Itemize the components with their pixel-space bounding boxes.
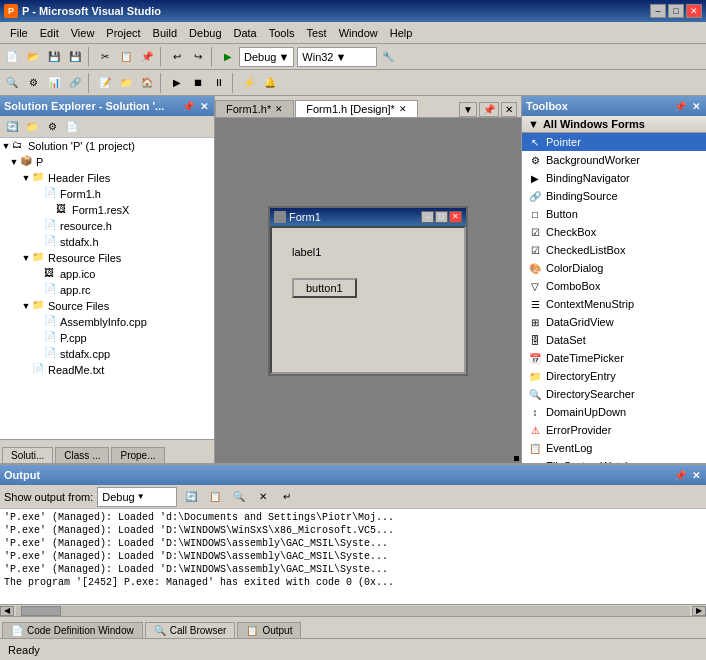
toolbox-item-datagridview[interactable]: ⊞ DataGridView [522,313,706,331]
menu-window[interactable]: Window [333,25,384,41]
tree-item-resourceh[interactable]: 📄 resource.h [0,218,214,234]
toolbox-item-checkedlistbox[interactable]: ☑ CheckedListBox [522,241,706,259]
toolbox-close-icon[interactable]: ✕ [690,101,702,112]
title-bar-controls[interactable]: – □ ✕ [650,4,702,18]
tab-solution[interactable]: Soluti... [2,447,53,463]
tab-form1h-close-icon[interactable]: ✕ [275,104,283,114]
undo-icon[interactable]: ↩ [167,47,187,67]
tb2-icon3[interactable]: 📊 [44,73,64,93]
form-maximize-icon[interactable]: □ [435,211,448,223]
tree-item-apprc[interactable]: 📄 app.rc [0,282,214,298]
menu-file[interactable]: File [4,25,34,41]
tb2-icon10[interactable]: ⏸ [209,73,229,93]
toolbox-item-dataset[interactable]: 🗄 DataSet [522,331,706,349]
tabs-close-icon[interactable]: ✕ [501,102,517,117]
menu-data[interactable]: Data [228,25,263,41]
tree-item-solution[interactable]: ▼ 🗂 Solution 'P' (1 project) [0,138,214,154]
menu-view[interactable]: View [65,25,101,41]
minimize-button[interactable]: – [650,4,666,18]
tb2-icon5[interactable]: 📝 [95,73,115,93]
menu-test[interactable]: Test [300,25,332,41]
menu-debug[interactable]: Debug [183,25,227,41]
tree-item-project[interactable]: ▼ 📦 P [0,154,214,170]
tree-item-header-files[interactable]: ▼ 📁 Header Files [0,170,214,186]
tb2-icon2[interactable]: ⚙ [23,73,43,93]
tab-form1h[interactable]: Form1.h* ✕ [215,100,294,117]
form-close-icon[interactable]: ✕ [449,211,462,223]
tab-call-browser[interactable]: 🔍 Call Browser [145,622,236,638]
toolbox-pin-icon[interactable]: 📌 [672,101,688,112]
se-properties-icon[interactable]: ⚙ [42,117,62,137]
form-window-buttons[interactable]: – □ ✕ [421,211,462,223]
output-clear-icon[interactable]: ✕ [253,487,273,507]
tab-output[interactable]: 📋 Output [237,622,301,638]
tree-item-assemblyinfo[interactable]: 📄 AssemblyInfo.cpp [0,314,214,330]
form-button1[interactable]: button1 [292,278,357,298]
toolbox-item-datetimepicker[interactable]: 📅 DateTimePicker [522,349,706,367]
save-all-icon[interactable]: 💾 [65,47,85,67]
tb2-icon11[interactable]: ⚡ [239,73,259,93]
cut-icon[interactable]: ✂ [95,47,115,67]
tb2-icon8[interactable]: ▶ [167,73,187,93]
tree-item-resource-files[interactable]: ▼ 📁 Resource Files [0,250,214,266]
toolbox-item-bindnav[interactable]: ▶ BindingNavigator [522,169,706,187]
toolbox-item-pointer[interactable]: ↖ Pointer [522,133,706,151]
tab-form1h-design-close-icon[interactable]: ✕ [399,104,407,114]
toolbox-item-colordialog[interactable]: 🎨 ColorDialog [522,259,706,277]
copy-icon[interactable]: 📋 [116,47,136,67]
toolbox-controls[interactable]: 📌 ✕ [672,101,702,112]
output-copy-icon[interactable]: 📋 [205,487,225,507]
tree-item-pcpp[interactable]: 📄 P.cpp [0,330,214,346]
output-source-dropdown[interactable]: Debug ▼ [97,487,177,507]
tree-item-readme[interactable]: 📄 ReadMe.txt [0,362,214,378]
output-word-wrap-icon[interactable]: ↵ [277,487,297,507]
toolbox-item-directorysearcher[interactable]: 🔍 DirectorySearcher [522,385,706,403]
output-pin-icon[interactable]: 📌 [672,470,688,481]
toolbox-item-filesystemwatcher[interactable]: 👁 FileSystemWatcher [522,457,706,463]
output-scrollbar-horizontal[interactable]: ◀ ▶ [0,604,706,616]
close-button[interactable]: ✕ [686,4,702,18]
toolbox-item-domainupdown[interactable]: ↕ DomainUpDown [522,403,706,421]
menu-edit[interactable]: Edit [34,25,65,41]
h-scroll-thumb[interactable] [21,606,61,616]
tree-item-form1h[interactable]: 📄 Form1.h [0,186,214,202]
menu-tools[interactable]: Tools [263,25,301,41]
output-close-icon[interactable]: ✕ [690,470,702,481]
tab-code-definition[interactable]: 📄 Code Definition Window [2,622,143,638]
h-scroll-left-icon[interactable]: ◀ [0,606,14,616]
tb2-icon6[interactable]: 📁 [116,73,136,93]
new-project-icon[interactable]: 📄 [2,47,22,67]
toolbox-item-errorprovider[interactable]: ⚠ ErrorProvider [522,421,706,439]
output-find-icon[interactable]: 🔍 [229,487,249,507]
panel-header-controls[interactable]: 📌 ✕ [180,101,210,112]
toolbox-item-eventlog[interactable]: 📋 EventLog [522,439,706,457]
more-icon[interactable]: 🔧 [378,47,398,67]
output-refresh-icon[interactable]: 🔄 [181,487,201,507]
form-designer[interactable]: Form1 – □ ✕ label1 button1 [268,206,468,376]
save-icon[interactable]: 💾 [44,47,64,67]
output-content[interactable]: 'P.exe' (Managed): Loaded 'd:\Documents … [0,509,706,604]
open-icon[interactable]: 📂 [23,47,43,67]
tabs-dropdown-icon[interactable]: ▼ [459,102,477,117]
form-minimize-icon[interactable]: – [421,211,434,223]
toolbox-category[interactable]: ▼ All Windows Forms [522,116,706,133]
redo-icon[interactable]: ↪ [188,47,208,67]
toolbox-item-contextmenu[interactable]: ☰ ContextMenuStrip [522,295,706,313]
tb2-icon1[interactable]: 🔍 [2,73,22,93]
menu-build[interactable]: Build [147,25,183,41]
tree-item-appico[interactable]: 🖼 app.ico [0,266,214,282]
play-icon[interactable]: ▶ [218,47,238,67]
tree-item-stdafxh[interactable]: 📄 stdafx.h [0,234,214,250]
toolbox-item-bgworker[interactable]: ⚙ BackgroundWorker [522,151,706,169]
se-refresh-icon[interactable]: 🔄 [2,117,22,137]
h-scroll-track[interactable] [16,606,690,616]
se-showfiles-icon[interactable]: 📄 [62,117,82,137]
tab-properties[interactable]: Prope... [111,447,164,463]
tb2-icon12[interactable]: 🔔 [260,73,280,93]
se-close-icon[interactable]: ✕ [198,101,210,112]
tree-item-form1resx[interactable]: 🖼 Form1.resX [0,202,214,218]
toolbox-item-combobox[interactable]: ▽ ComboBox [522,277,706,295]
toolbox-item-bindsrc[interactable]: 🔗 BindingSource [522,187,706,205]
tab-class[interactable]: Class ... [55,447,109,463]
toolbox-item-directoryentry[interactable]: 📁 DirectoryEntry [522,367,706,385]
